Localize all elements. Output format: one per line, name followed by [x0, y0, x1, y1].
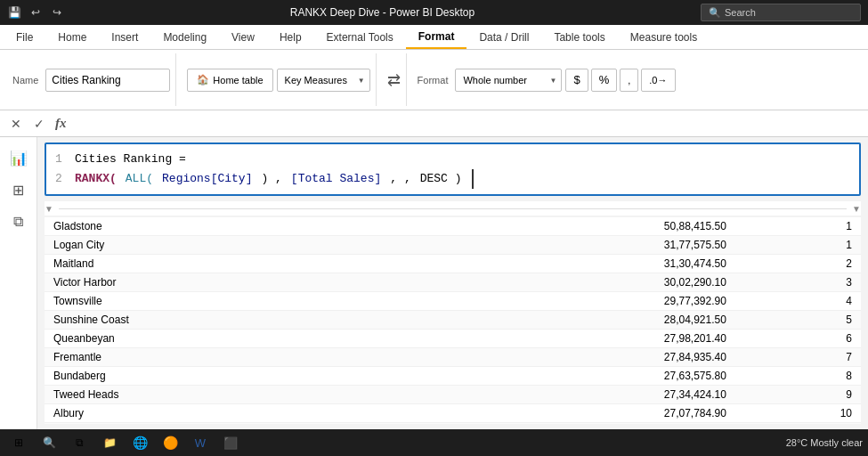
tab-file[interactable]: File: [4, 26, 45, 49]
city-cell: Albury: [45, 404, 463, 423]
taskbar-right: 28°C Mostly clear: [786, 437, 863, 448]
name-input[interactable]: [45, 69, 170, 92]
app-title: RANKX Deep Dive - Power BI Desktop: [64, 6, 701, 19]
rank-cell: 4: [735, 292, 861, 311]
table-row[interactable]: Hobart 27,04,823.50 11: [45, 423, 861, 424]
home-table-button[interactable]: 🏠 Home table: [187, 69, 272, 92]
taskbar-powerbi-icon[interactable]: ⬛: [217, 431, 244, 454]
city-cell: Maitland: [45, 255, 463, 273]
table-row[interactable]: Sunshine Coast 28,04,921.50 5: [45, 311, 861, 330]
home-icon: 🏠: [197, 74, 209, 86]
ribbon-content: Name 🏠 Home table Key Measures ⇄ Format …: [0, 50, 868, 110]
tab-data-drill[interactable]: Data / Drill: [466, 26, 541, 49]
tab-home[interactable]: Home: [45, 26, 99, 49]
search-box[interactable]: 🔍 Search: [701, 4, 861, 21]
value-cell: 27,34,424.10: [463, 386, 735, 404]
search-placeholder: Search: [725, 7, 756, 18]
tab-format[interactable]: Format: [406, 26, 467, 49]
table-row[interactable]: Tweed Heads 27,34,424.10 9: [45, 386, 861, 404]
taskbar-edge-icon[interactable]: 🌐: [126, 431, 153, 454]
percent-button[interactable]: %: [591, 69, 618, 92]
tab-view[interactable]: View: [219, 26, 267, 49]
title-bar-right: 🔍 Search: [701, 4, 861, 21]
taskbar-file-explorer[interactable]: 📁: [96, 431, 123, 454]
value-cell: 27,07,784.90: [463, 404, 735, 423]
taskbar-windows-icon[interactable]: ⊞: [5, 431, 32, 454]
value-cell: 28,04,921.50: [463, 311, 735, 330]
taskbar-task-view-icon[interactable]: ⧉: [66, 431, 93, 454]
tab-external-tools[interactable]: External Tools: [314, 26, 406, 49]
table-row[interactable]: Maitland 31,30,474.50 2: [45, 255, 861, 273]
table-row[interactable]: Gladstone 50,88,415.50 1: [45, 217, 861, 236]
value-cell: 27,63,575.80: [463, 367, 735, 386]
scroll-right-indicator: ▼: [852, 204, 861, 214]
value-cell: 29,77,392.90: [463, 292, 735, 311]
name-section: Name: [7, 53, 176, 106]
table-row[interactable]: Fremantle 27,84,935.40 7: [45, 348, 861, 367]
taskbar-word-icon[interactable]: W: [187, 431, 214, 454]
rank-cell: 10: [735, 404, 861, 423]
formula-confirm-button[interactable]: ✓: [30, 115, 48, 133]
table-row[interactable]: Townsville 29,77,392.90 4: [45, 292, 861, 311]
city-cell: Victor Harbor: [45, 273, 463, 292]
code-desc: DESC ): [420, 169, 462, 189]
sidebar-left: 📊 ⊞ ⧉: [0, 137, 37, 429]
city-cell: Tweed Heads: [45, 386, 463, 404]
table-row[interactable]: Logan City 31,77,575.50 1: [45, 236, 861, 255]
taskbar: ⊞ 🔍 ⧉ 📁 🌐 🟠 W ⬛ 28°C Mostly clear: [0, 429, 868, 456]
sync-icon[interactable]: ⇄: [387, 70, 401, 90]
format-dropdown[interactable]: Whole number: [455, 69, 562, 92]
city-cell: Gladstone: [45, 217, 463, 236]
tab-measure-tools[interactable]: Measure tools: [618, 26, 710, 49]
key-measures-wrapper: Key Measures: [277, 69, 370, 92]
code-total-sales: [Total Sales]: [291, 169, 381, 189]
city-cell: Bundaberg: [45, 367, 463, 386]
title-bar-left: 💾 ↩ ↪: [7, 5, 64, 20]
weather-text: 28°C Mostly clear: [786, 437, 863, 448]
taskbar-chrome-icon[interactable]: 🟠: [157, 431, 183, 454]
undo-icon[interactable]: ↩: [28, 5, 43, 20]
city-cell: Fremantle: [45, 348, 463, 367]
search-icon: 🔍: [709, 7, 721, 19]
value-cell: 31,77,575.50: [463, 236, 735, 255]
value-cell: 31,30,474.50: [463, 255, 735, 273]
value-cell: 50,88,415.50: [463, 217, 735, 236]
tab-help[interactable]: Help: [267, 26, 314, 49]
code-all: ALL(: [126, 169, 153, 189]
tab-insert[interactable]: Insert: [99, 26, 150, 49]
save-icon[interactable]: 💾: [7, 5, 21, 20]
table-row[interactable]: Queanbeyan 27,98,201.40 6: [45, 330, 861, 348]
ribbon-tabs: File Home Insert Modeling View Help Exte…: [0, 25, 868, 50]
comma-button[interactable]: ,: [620, 69, 638, 92]
rank-cell: 1: [735, 217, 861, 236]
scroll-down-indicator: ▼: [45, 204, 53, 214]
formula-editor[interactable]: 1 Cities Ranking = 2 RANKX( ALL( Regions…: [45, 142, 861, 196]
table-row[interactable]: Victor Harbor 30,02,290.10 3: [45, 273, 861, 292]
format-buttons: $ % , .0→: [565, 69, 675, 92]
dollar-button[interactable]: $: [565, 69, 588, 92]
home-table-label: Home table: [213, 75, 263, 86]
decimal-button[interactable]: .0→: [641, 69, 675, 92]
sidebar-model-icon[interactable]: ⧉: [5, 208, 32, 235]
key-measures-dropdown[interactable]: Key Measures: [277, 69, 370, 92]
tab-modeling[interactable]: Modeling: [150, 26, 219, 49]
redo-icon[interactable]: ↪: [50, 5, 64, 20]
title-bar: 💾 ↩ ↪ RANKX Deep Dive - Power BI Desktop…: [0, 0, 868, 25]
formula-cancel-button[interactable]: ✕: [7, 115, 25, 133]
taskbar-search-icon[interactable]: 🔍: [36, 431, 62, 454]
table-row[interactable]: Albury 27,07,784.90 10: [45, 404, 861, 423]
rank-cell: 6: [735, 330, 861, 348]
sidebar-data-icon[interactable]: ⊞: [5, 176, 32, 203]
data-table-container[interactable]: Gladstone 50,88,415.50 1 Logan City 31,7…: [45, 217, 861, 424]
code-line1-text: Cities Ranking =: [75, 150, 186, 169]
tab-table-tools[interactable]: Table tools: [541, 26, 617, 49]
value-cell: 27,98,201.40: [463, 330, 735, 348]
table-row[interactable]: Bundaberg 27,63,575.80 8: [45, 367, 861, 386]
city-cell: Queanbeyan: [45, 330, 463, 348]
name-label: Name: [12, 75, 38, 86]
format-dropdown-wrapper: Whole number: [455, 69, 562, 92]
code-rankx: RANKX(: [75, 169, 117, 189]
rank-cell: 2: [735, 255, 861, 273]
rank-cell: 3: [735, 273, 861, 292]
sidebar-report-icon[interactable]: 📊: [5, 144, 32, 171]
